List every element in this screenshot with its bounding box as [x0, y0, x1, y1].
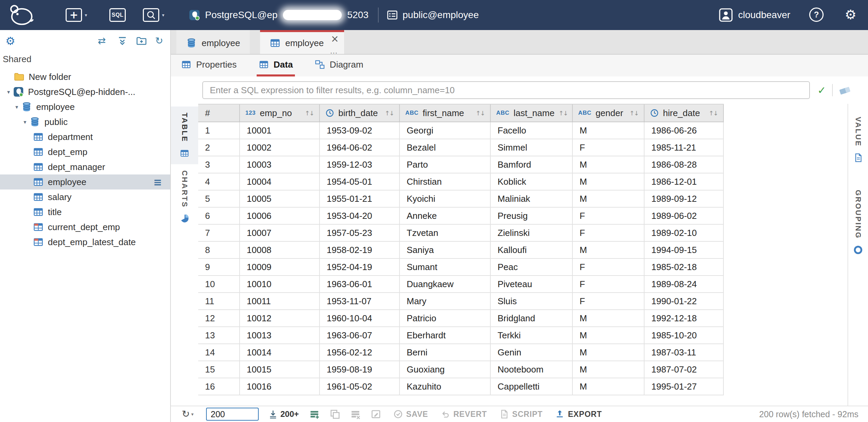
sync-connection-button[interactable]: ⇄	[98, 36, 106, 46]
data-cell[interactable]: 10008	[240, 242, 320, 259]
data-cell[interactable]: 1987-03-11	[645, 344, 724, 361]
column-header-last-name[interactable]: ABC last_name ↑↓	[491, 104, 573, 122]
data-cell[interactable]: 1955-01-21	[320, 191, 400, 208]
sort-icon[interactable]: ↑↓	[709, 110, 718, 117]
data-cell[interactable]: M	[573, 242, 645, 259]
data-cell[interactable]: 1960-10-04	[320, 310, 400, 327]
data-cell[interactable]: 1961-05-02	[320, 378, 400, 395]
data-cell[interactable]: 1952-04-19	[320, 259, 400, 276]
data-cell[interactable]: F	[573, 208, 645, 225]
data-cell[interactable]: 1953-04-20	[320, 208, 400, 225]
chevron-down-icon[interactable]: ▾	[191, 411, 193, 417]
row-number-cell[interactable]: 9	[198, 259, 240, 276]
data-cell[interactable]: 1992-12-18	[645, 310, 724, 327]
data-cell[interactable]: 10003	[240, 156, 320, 173]
settings-gear-button[interactable]: ⚙	[845, 8, 856, 22]
data-cell[interactable]: 10015	[240, 361, 320, 378]
row-number-cell[interactable]: 6	[198, 208, 240, 225]
data-cell[interactable]: 10009	[240, 259, 320, 276]
data-cell[interactable]: 1987-07-02	[645, 361, 724, 378]
data-cell[interactable]: Kalloufi	[491, 242, 573, 259]
data-cell[interactable]: 1986-12-01	[645, 173, 724, 191]
data-cell[interactable]: M	[573, 361, 645, 378]
row-number-cell[interactable]: 16	[198, 378, 240, 395]
data-cell[interactable]: F	[573, 293, 645, 310]
data-cell[interactable]: Anneke	[400, 208, 491, 225]
row-limit-input[interactable]	[206, 408, 259, 421]
data-cell[interactable]: F	[573, 225, 645, 242]
duplicate-row-button[interactable]	[330, 409, 340, 419]
data-cell[interactable]: 10016	[240, 378, 320, 395]
tree-item-table-department[interactable]: department	[0, 129, 170, 144]
clear-filter-button[interactable]	[839, 85, 852, 95]
data-cell[interactable]: M	[573, 327, 645, 344]
data-cell[interactable]: Bezalel	[400, 139, 491, 156]
data-cell[interactable]: M	[573, 378, 645, 395]
data-cell[interactable]: 1990-01-22	[645, 293, 724, 310]
row-number-cell[interactable]: 1	[198, 122, 240, 139]
schema-selector[interactable]: public@employee	[387, 8, 479, 22]
tab-employee-database[interactable]: employee	[176, 30, 250, 54]
panel-tab-value[interactable]: VALUE	[848, 111, 868, 169]
data-cell[interactable]: Terkki	[491, 327, 573, 344]
sort-icon[interactable]: ↑↓	[305, 110, 314, 117]
row-number-cell[interactable]: 15	[198, 361, 240, 378]
data-cell[interactable]: 1994-09-15	[645, 242, 724, 259]
data-cell[interactable]: M	[573, 310, 645, 327]
cloudbeaver-logo[interactable]	[7, 3, 36, 27]
tab-menu-dots-icon[interactable]: …	[330, 47, 338, 55]
revert-button[interactable]: REVERT	[440, 409, 487, 419]
data-cell[interactable]: 1959-12-03	[320, 156, 400, 173]
row-number-cell[interactable]: 14	[198, 344, 240, 361]
data-cell[interactable]: Peac	[491, 259, 573, 276]
tree-item-table-employee[interactable]: employee ≡	[0, 174, 170, 189]
data-cell[interactable]: 10010	[240, 276, 320, 293]
fetch-size-button[interactable]: 200+	[268, 409, 299, 419]
chevron-down-icon[interactable]: ▾	[12, 104, 21, 110]
column-header-hire-date[interactable]: hire_date ↑↓	[645, 104, 724, 122]
data-cell[interactable]: 10005	[240, 191, 320, 208]
data-cell[interactable]: Parto	[400, 156, 491, 173]
sort-icon[interactable]: ↑↓	[476, 110, 485, 117]
column-header-birth-date[interactable]: birth_date ↑↓	[320, 104, 400, 122]
presentation-tab-table[interactable]: TABLE	[171, 107, 198, 164]
data-cell[interactable]: Maliniak	[491, 191, 573, 208]
row-number-cell[interactable]: 7	[198, 225, 240, 242]
navigator-settings-gear-button[interactable]: ⚙	[5, 34, 15, 48]
user-menu[interactable]: cloudbeaver	[719, 8, 790, 22]
tree-item-view-current-dept-emp[interactable]: current_dept_emp	[0, 220, 170, 235]
data-cell[interactable]: M	[573, 156, 645, 173]
data-cell[interactable]: 1989-08-24	[645, 276, 724, 293]
data-cell[interactable]: 1985-10-20	[645, 327, 724, 344]
connection-selector[interactable]: PostgreSQL@ep5203	[189, 8, 368, 22]
new-folder-button[interactable]	[136, 36, 147, 46]
sort-icon[interactable]: ↑↓	[629, 110, 638, 117]
tab-data[interactable]: Data	[257, 55, 295, 76]
data-cell[interactable]: 1989-06-02	[645, 208, 724, 225]
data-cell[interactable]: Zielinski	[491, 225, 573, 242]
tree-item-database-employee[interactable]: ▾ employee	[0, 99, 170, 114]
data-cell[interactable]: Sumant	[400, 259, 491, 276]
data-cell[interactable]: Facello	[491, 122, 573, 139]
data-cell[interactable]: Berni	[400, 344, 491, 361]
data-cell[interactable]: Cappelletti	[491, 378, 573, 395]
sql-editor-button[interactable]: SQL	[109, 8, 126, 22]
export-button[interactable]: EXPORT	[555, 409, 602, 419]
delete-row-button[interactable]	[350, 409, 361, 419]
data-cell[interactable]: 10013	[240, 327, 320, 344]
data-cell[interactable]: 10011	[240, 293, 320, 310]
sql-filter-field[interactable]	[202, 81, 810, 99]
sql-filter-input[interactable]	[203, 82, 809, 98]
data-cell[interactable]: 1953-11-07	[320, 293, 400, 310]
tab-diagram[interactable]: Diagram	[313, 55, 365, 76]
data-cell[interactable]: F	[573, 259, 645, 276]
sort-icon[interactable]: ↑↓	[559, 110, 568, 117]
tree-item-connection-postgresql[interactable]: ▾ PostgreSQL@ep-hidden-...	[0, 84, 170, 99]
data-cell[interactable]: Kyoichi	[400, 191, 491, 208]
data-cell[interactable]: 10014	[240, 344, 320, 361]
data-cell[interactable]: Eberhardt	[400, 327, 491, 344]
column-header-rownum[interactable]: #	[198, 104, 240, 122]
data-cell[interactable]: 10001	[240, 122, 320, 139]
tree-item-menu-icon[interactable]: ≡	[153, 176, 162, 188]
refresh-tree-button[interactable]: ↻	[155, 36, 163, 46]
